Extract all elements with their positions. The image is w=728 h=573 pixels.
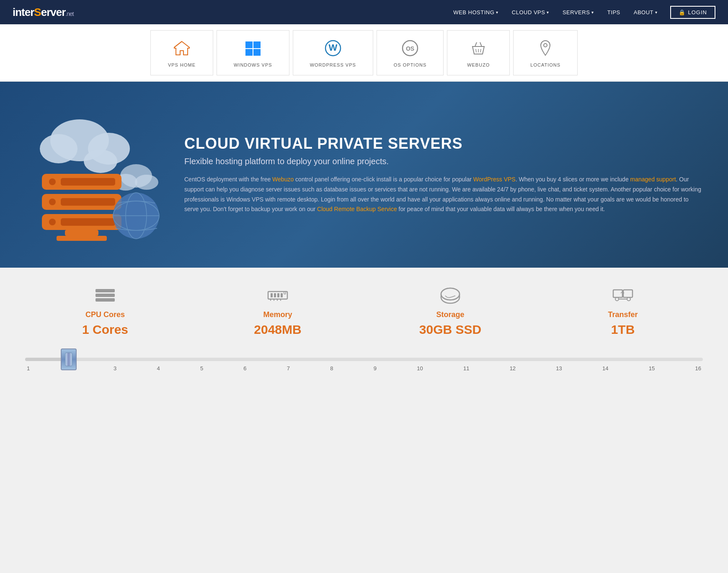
logo[interactable]: interServer.net (13, 6, 74, 19)
range-label-11: 11 (463, 365, 469, 372)
svg-rect-40 (274, 293, 276, 297)
svg-point-14 (40, 134, 77, 163)
managed-support-link[interactable]: managed support (630, 176, 676, 183)
chevron-down-icon: ▾ (655, 10, 658, 15)
range-label-6: 6 (243, 365, 246, 372)
wordpress-vps-link[interactable]: WordPress VPS (473, 176, 516, 183)
svg-rect-55 (623, 290, 632, 297)
windows-icon (243, 38, 263, 58)
transfer-value: 1TB (611, 323, 635, 337)
range-label-13: 13 (556, 365, 562, 372)
range-label-16: 16 (695, 365, 701, 372)
cpu-slider-item: CPU Cores 1 Cores (25, 284, 185, 337)
cpu-value: 1 Cores (82, 323, 128, 337)
storage-label: Storage (436, 310, 464, 319)
range-label-5: 5 (200, 365, 203, 372)
range-label-15: 15 (649, 365, 655, 372)
nav-os-options[interactable]: OS OS OPTIONS (377, 30, 444, 75)
nav-windows-vps[interactable]: WINDOWS VPS (217, 30, 289, 75)
memory-slider-item: Memory 2048MB (198, 284, 358, 337)
nav-cloud-vps[interactable]: CLOUD VPS ▾ (506, 6, 555, 19)
svg-rect-29 (65, 230, 98, 236)
storage-value: 30GB SSD (419, 323, 481, 337)
range-section: 1 2 3 4 5 6 7 8 9 10 11 12 13 14 15 16 (0, 358, 728, 384)
nav-tips[interactable]: TIPS (602, 6, 626, 19)
sliders-grid: CPU Cores 1 Cores Memory (25, 284, 703, 337)
svg-point-19 (135, 175, 158, 190)
nav-webuzo[interactable]: WEBUZO (447, 30, 510, 75)
svg-text:OS: OS (406, 45, 414, 52)
range-container (25, 358, 703, 361)
svg-point-16 (84, 150, 117, 173)
svg-rect-28 (61, 218, 115, 226)
range-label-8: 8 (330, 365, 333, 372)
svg-rect-2 (245, 49, 253, 56)
svg-point-12 (544, 44, 547, 47)
hero-body: CentOS deployment with the free Webuzo c… (184, 175, 703, 214)
range-label-12: 12 (510, 365, 516, 372)
navbar: interServer.net WEB HOSTING ▾ CLOUD VPS … (0, 0, 728, 24)
lock-icon: 🔒 (679, 9, 686, 15)
svg-rect-30 (57, 236, 107, 241)
svg-rect-25 (61, 198, 115, 206)
svg-rect-0 (245, 41, 253, 48)
location-icon (535, 38, 555, 58)
hero-content: CLOUD VIRTUAL PRIVATE SERVERS Flexible h… (184, 135, 703, 214)
svg-point-24 (49, 199, 56, 205)
transfer-slider-item: Transfer 1TB (543, 284, 703, 337)
svg-rect-37 (96, 298, 115, 302)
nav-wordpress-vps[interactable]: W WORDPRESS VPS (293, 30, 373, 75)
icon-nav: VPS HOME WINDOWS VPS W WORDPRESS VPS OS (0, 24, 728, 82)
hero-subtitle: Flexible hosting platform to deploy your… (184, 157, 703, 166)
nav-links: WEB HOSTING ▾ CLOUD VPS ▾ SERVERS ▾ TIPS… (447, 6, 715, 19)
svg-rect-22 (61, 178, 115, 186)
svg-point-21 (49, 178, 56, 185)
home-icon (172, 38, 192, 58)
range-track (25, 358, 703, 361)
wordpress-icon: W (323, 38, 343, 58)
nav-about[interactable]: ABOUT ▾ (628, 6, 663, 19)
memory-value: 2048MB (254, 323, 301, 337)
range-labels: 1 2 3 4 5 6 7 8 9 10 11 12 13 14 15 16 (25, 365, 703, 372)
basket-icon (468, 38, 488, 58)
hero-illustration (25, 98, 168, 251)
nav-vps-home[interactable]: VPS HOME (150, 30, 213, 75)
svg-rect-41 (277, 293, 279, 297)
memory-label: Memory (263, 310, 292, 319)
range-thumb[interactable] (61, 348, 77, 370)
svg-rect-35 (96, 289, 115, 292)
storage-slider-item: Storage 30GB SSD (370, 284, 530, 337)
range-label-7: 7 (287, 365, 290, 372)
login-button[interactable]: 🔒 LOGIN (670, 6, 715, 19)
webuzo-link[interactable]: Webuzo (272, 176, 294, 183)
backup-service-link[interactable]: Cloud Remote Backup Service (317, 206, 397, 212)
nav-web-hosting[interactable]: WEB HOSTING ▾ (447, 6, 504, 19)
svg-rect-1 (253, 41, 261, 48)
transfer-label: Transfer (608, 310, 638, 319)
svg-rect-61 (65, 353, 72, 366)
range-label-9: 9 (374, 365, 377, 372)
chevron-down-icon: ▾ (496, 10, 498, 15)
memory-icon (265, 284, 290, 305)
chevron-down-icon: ▾ (547, 10, 549, 15)
range-label-4: 4 (157, 365, 160, 372)
sliders-section: CPU Cores 1 Cores Memory (0, 268, 728, 358)
range-label-10: 10 (417, 365, 423, 372)
svg-line-11 (480, 49, 481, 52)
range-label-3: 3 (114, 365, 116, 372)
cpu-icon (93, 284, 118, 305)
hero-section: CLOUD VIRTUAL PRIVATE SERVERS Flexible h… (0, 82, 728, 268)
transfer-icon (610, 284, 635, 305)
cpu-label: CPU Cores (85, 310, 125, 319)
nav-servers[interactable]: SERVERS ▾ (557, 6, 600, 19)
nav-locations[interactable]: LOCATIONS (513, 30, 578, 75)
chevron-down-icon: ▾ (591, 10, 594, 15)
storage-icon (438, 284, 463, 305)
range-label-14: 14 (602, 365, 608, 372)
hero-title: CLOUD VIRTUAL PRIVATE SERVERS (184, 135, 703, 152)
svg-rect-54 (613, 290, 622, 297)
svg-rect-36 (96, 294, 115, 297)
svg-rect-42 (281, 293, 283, 297)
svg-rect-39 (271, 293, 273, 297)
svg-line-9 (476, 49, 476, 52)
